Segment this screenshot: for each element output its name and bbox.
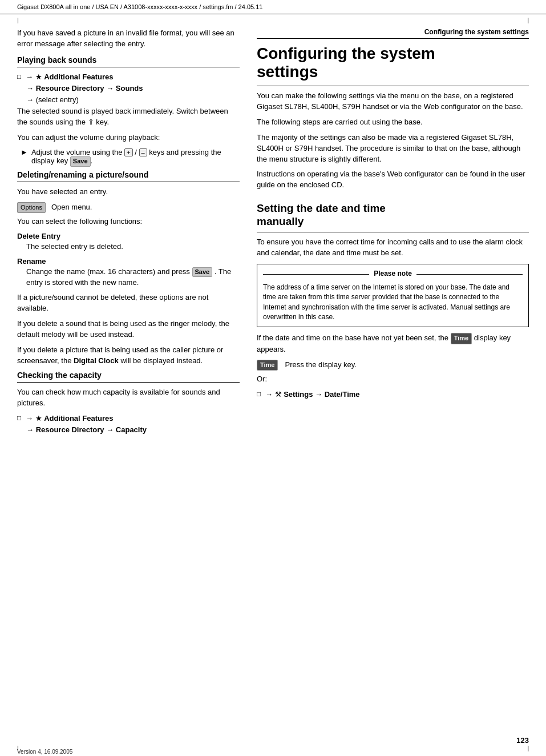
bullet-text-1: Adjust the volume using the + / – keys a… [31, 148, 240, 167]
open-menu-text: Open menu. [51, 202, 92, 212]
playing-back-sounds-heading: Playing back sounds [17, 55, 240, 65]
header-text: Gigaset DX800A all in one / USA EN / A31… [17, 3, 262, 10]
date-time-heading-line2: manually [257, 215, 304, 227]
deleting-body-3: If a picture/sound cannot be deleted, th… [17, 292, 240, 314]
playing-body-1-text: The selected sound is played back immedi… [17, 107, 228, 126]
right-header-label: Configuring the system settings [257, 28, 529, 39]
configuring-body-3: The majority of the settings can also be… [257, 132, 529, 165]
deleting-body-5: If you delete a picture that is being us… [17, 345, 240, 367]
configuring-body-2: The following steps are carried out usin… [257, 117, 529, 128]
nav-arrow-cap-1: → [23, 413, 35, 424]
note-box: Please note The address of a time server… [257, 264, 529, 327]
deleting-renaming-section: Deleting/renaming a picture/sound You ha… [17, 170, 240, 367]
right-column: Configuring the system settings Configur… [257, 28, 529, 436]
main-title: Configuring the system settings [257, 45, 529, 81]
configuring-body-1: You can make the following settings via … [257, 91, 529, 112]
nav-additional-features-cap: Additional Features [44, 414, 113, 423]
nav-resource-directory: Resource Directory [36, 84, 104, 93]
save-btn-1-label: Save [73, 158, 88, 164]
version-bar: Version 4, 16.09.2005 [0, 747, 90, 756]
deleting-body-2: You can select the following functions: [17, 216, 240, 227]
delete-entry-body: The selected entry is deleted. [26, 242, 240, 252]
date-time-body-2-text: If the date and time on the base have no… [257, 334, 448, 343]
top-rules: | | [0, 14, 546, 22]
bottom-right-mark: | [527, 745, 529, 751]
digital-clock-text: Digital Clock [74, 356, 119, 365]
configuring-body-4: Instructions on operating via the base's… [257, 169, 529, 191]
checking-body-1: You can check how much capacity is avail… [17, 387, 240, 409]
checking-capacity-heading: Checking the capacity [17, 371, 240, 380]
options-item: Options Open menu. [17, 202, 240, 213]
date-time-body-1: To ensure you have the correct time for … [257, 237, 529, 259]
configuring-section: Configuring the system settings You can … [257, 45, 529, 191]
section-rule-1 [17, 67, 240, 67]
nav-arrow-cap-3: → [104, 425, 116, 435]
save-btn-2-label: Save [195, 268, 210, 275]
slash-sep: / [135, 148, 137, 156]
nav-item-3: → (select entry) [26, 95, 240, 105]
press-text: Press the display key. [285, 360, 356, 370]
note-body: The address of a time server on the Inte… [263, 283, 510, 321]
nav-base-icon-dt: □ [257, 389, 261, 399]
nav-sounds: Sounds [116, 84, 143, 93]
rename-body: Change the name (max. 16 characters) and… [26, 267, 240, 288]
note-rule-left [263, 274, 369, 275]
date-time-heading-line1: Setting the date and time [257, 202, 386, 214]
nav-arrow-dt-2: → [313, 389, 324, 400]
rename-body-1: Change the name (max. 16 characters) and… [26, 267, 190, 276]
time-btn-label: Time [454, 335, 468, 341]
nav-arrow-dt-1: → [263, 389, 274, 400]
time-btn-inline[interactable]: Time [451, 333, 472, 344]
or-text: Or: [257, 374, 529, 385]
section-rule-right-2 [257, 232, 529, 232]
nav-select-entry: (select entry) [36, 95, 79, 105]
section-rule-3 [17, 382, 240, 383]
nav-settings-item: □ → ⚒ Settings → Date/Time [257, 389, 529, 400]
intro-text: If you have saved a picture in an invali… [17, 28, 240, 50]
nav-arrow-cap-2: → [26, 425, 36, 435]
options-btn[interactable]: Options [17, 202, 46, 213]
playing-body-1: The selected sound is played back immedi… [17, 106, 240, 128]
nav-wrench-icon: ⚒ [275, 389, 284, 400]
nav-resource-directory-cap: Resource Directory [36, 425, 104, 434]
nav-item-cap-1: □ → ★ Additional Features [17, 413, 240, 424]
nav-additional-features: Additional Features [44, 73, 113, 81]
nav-datetime-label: Date/Time [325, 390, 360, 399]
nav-base-icon-cap: □ [17, 413, 21, 423]
time-btn-2[interactable]: Time [257, 360, 278, 371]
main-title-line1: Configuring the system [257, 45, 435, 62]
nav-base-icon: □ [17, 72, 21, 82]
save-btn-1[interactable]: Save [70, 156, 91, 166]
nav-item-2: → Resource Directory → Sounds [26, 83, 240, 94]
note-rule-right [416, 274, 523, 275]
delete-entry-label: Delete Entry [17, 232, 240, 240]
nav-arrow-1: → [23, 72, 35, 82]
deleting-body-1: You have selected an entry. [17, 187, 240, 198]
date-time-section: Setting the date and time manually To en… [257, 202, 529, 400]
deleting-body-5c: will be displayed instead. [120, 356, 203, 365]
nav-capacity: Capacity [116, 425, 147, 434]
top-right-mark: | [527, 17, 529, 22]
nav-item-cap-2: → Resource Directory → Capacity [26, 425, 240, 435]
minus-key: – [139, 148, 147, 156]
checking-capacity-section: Checking the capacity You can check how … [17, 371, 240, 435]
deleting-renaming-heading: Deleting/renaming a picture/sound [17, 170, 240, 179]
nav-item-1: □ → ★ Additional Features [17, 72, 240, 82]
nav-arrow-4: → [26, 95, 36, 105]
section-rule-right-1 [257, 86, 529, 86]
nav-arrow-3: → [104, 83, 116, 94]
section-rule-2 [17, 182, 240, 182]
nav-settings-label: Settings [284, 390, 313, 399]
nav-arrow-2: → [26, 83, 36, 94]
time-press-item: Time Press the display key. [257, 360, 529, 371]
deleting-body-4: If you delete a sound that is being used… [17, 319, 240, 340]
save-btn-2[interactable]: Save [192, 267, 213, 277]
header-bar: Gigaset DX800A all in one / USA EN / A31… [0, 0, 546, 14]
time-btn-2-label: Time [260, 361, 274, 368]
bullet-text-1a: Adjust the volume using the [31, 148, 123, 156]
note-label: Please note [369, 269, 416, 279]
top-left-mark: | [17, 17, 19, 22]
plus-key: + [124, 148, 132, 156]
main-title-line2: settings [257, 63, 318, 81]
nav-key-symbol: ⇧ [88, 118, 94, 126]
